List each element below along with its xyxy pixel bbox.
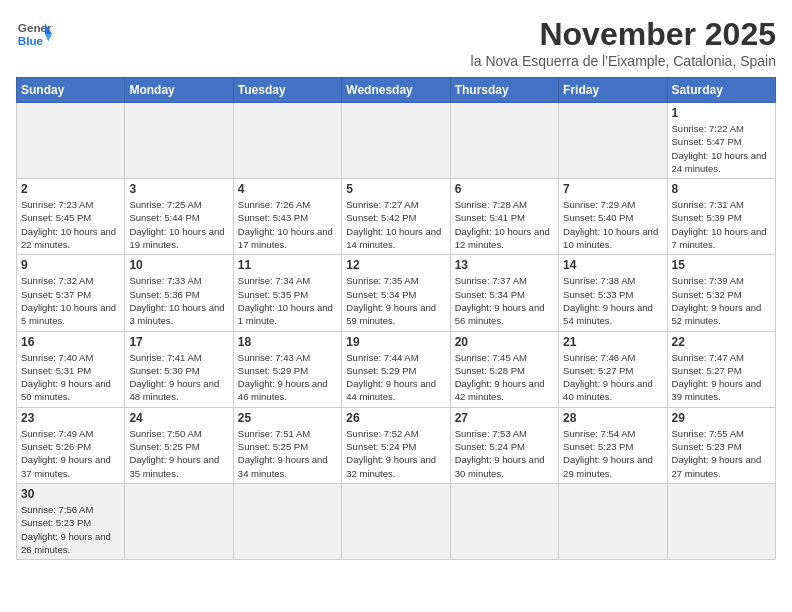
day-info: Sunrise: 7:39 AM Sunset: 5:32 PM Dayligh… [672, 274, 771, 327]
day-number: 26 [346, 411, 445, 425]
day-number: 9 [21, 258, 120, 272]
day-number: 24 [129, 411, 228, 425]
day-info: Sunrise: 7:55 AM Sunset: 5:23 PM Dayligh… [672, 427, 771, 480]
day-info: Sunrise: 7:25 AM Sunset: 5:44 PM Dayligh… [129, 198, 228, 251]
logo: General Blue [16, 16, 52, 52]
col-sunday: Sunday [17, 78, 125, 103]
calendar-day: 3Sunrise: 7:25 AM Sunset: 5:44 PM Daylig… [125, 179, 233, 255]
col-monday: Monday [125, 78, 233, 103]
location-title: la Nova Esquerra de l'Eixample, Cataloni… [471, 53, 776, 69]
day-info: Sunrise: 7:23 AM Sunset: 5:45 PM Dayligh… [21, 198, 120, 251]
day-number: 15 [672, 258, 771, 272]
col-wednesday: Wednesday [342, 78, 450, 103]
calendar-day [342, 103, 450, 179]
day-number: 14 [563, 258, 662, 272]
calendar: Sunday Monday Tuesday Wednesday Thursday… [16, 77, 776, 560]
day-info: Sunrise: 7:45 AM Sunset: 5:28 PM Dayligh… [455, 351, 554, 404]
day-info: Sunrise: 7:37 AM Sunset: 5:34 PM Dayligh… [455, 274, 554, 327]
calendar-week-row: 30Sunrise: 7:56 AM Sunset: 5:23 PM Dayli… [17, 483, 776, 559]
calendar-day: 23Sunrise: 7:49 AM Sunset: 5:26 PM Dayli… [17, 407, 125, 483]
day-info: Sunrise: 7:47 AM Sunset: 5:27 PM Dayligh… [672, 351, 771, 404]
day-info: Sunrise: 7:51 AM Sunset: 5:25 PM Dayligh… [238, 427, 337, 480]
calendar-day: 17Sunrise: 7:41 AM Sunset: 5:30 PM Dayli… [125, 331, 233, 407]
calendar-day [559, 103, 667, 179]
calendar-day [233, 103, 341, 179]
calendar-week-row: 9Sunrise: 7:32 AM Sunset: 5:37 PM Daylig… [17, 255, 776, 331]
calendar-day: 1Sunrise: 7:22 AM Sunset: 5:47 PM Daylig… [667, 103, 775, 179]
calendar-day: 25Sunrise: 7:51 AM Sunset: 5:25 PM Dayli… [233, 407, 341, 483]
svg-text:Blue: Blue [18, 34, 44, 47]
calendar-day [667, 483, 775, 559]
calendar-week-row: 2Sunrise: 7:23 AM Sunset: 5:45 PM Daylig… [17, 179, 776, 255]
day-info: Sunrise: 7:54 AM Sunset: 5:23 PM Dayligh… [563, 427, 662, 480]
calendar-day: 8Sunrise: 7:31 AM Sunset: 5:39 PM Daylig… [667, 179, 775, 255]
calendar-day [233, 483, 341, 559]
day-number: 3 [129, 182, 228, 196]
calendar-day: 7Sunrise: 7:29 AM Sunset: 5:40 PM Daylig… [559, 179, 667, 255]
calendar-day: 4Sunrise: 7:26 AM Sunset: 5:43 PM Daylig… [233, 179, 341, 255]
day-number: 1 [672, 106, 771, 120]
day-info: Sunrise: 7:34 AM Sunset: 5:35 PM Dayligh… [238, 274, 337, 327]
day-info: Sunrise: 7:31 AM Sunset: 5:39 PM Dayligh… [672, 198, 771, 251]
calendar-week-row: 16Sunrise: 7:40 AM Sunset: 5:31 PM Dayli… [17, 331, 776, 407]
day-info: Sunrise: 7:38 AM Sunset: 5:33 PM Dayligh… [563, 274, 662, 327]
day-info: Sunrise: 7:33 AM Sunset: 5:36 PM Dayligh… [129, 274, 228, 327]
month-title: November 2025 [471, 16, 776, 53]
calendar-day: 18Sunrise: 7:43 AM Sunset: 5:29 PM Dayli… [233, 331, 341, 407]
day-info: Sunrise: 7:41 AM Sunset: 5:30 PM Dayligh… [129, 351, 228, 404]
calendar-day: 15Sunrise: 7:39 AM Sunset: 5:32 PM Dayli… [667, 255, 775, 331]
day-number: 10 [129, 258, 228, 272]
day-info: Sunrise: 7:35 AM Sunset: 5:34 PM Dayligh… [346, 274, 445, 327]
day-info: Sunrise: 7:56 AM Sunset: 5:23 PM Dayligh… [21, 503, 120, 556]
calendar-day: 10Sunrise: 7:33 AM Sunset: 5:36 PM Dayli… [125, 255, 233, 331]
day-number: 6 [455, 182, 554, 196]
day-info: Sunrise: 7:53 AM Sunset: 5:24 PM Dayligh… [455, 427, 554, 480]
day-number: 2 [21, 182, 120, 196]
day-number: 17 [129, 335, 228, 349]
calendar-week-row: 23Sunrise: 7:49 AM Sunset: 5:26 PM Dayli… [17, 407, 776, 483]
header: General Blue November 2025 la Nova Esque… [16, 16, 776, 69]
day-info: Sunrise: 7:44 AM Sunset: 5:29 PM Dayligh… [346, 351, 445, 404]
day-number: 19 [346, 335, 445, 349]
day-number: 12 [346, 258, 445, 272]
calendar-day: 9Sunrise: 7:32 AM Sunset: 5:37 PM Daylig… [17, 255, 125, 331]
day-number: 16 [21, 335, 120, 349]
day-info: Sunrise: 7:22 AM Sunset: 5:47 PM Dayligh… [672, 122, 771, 175]
calendar-day: 30Sunrise: 7:56 AM Sunset: 5:23 PM Dayli… [17, 483, 125, 559]
day-info: Sunrise: 7:52 AM Sunset: 5:24 PM Dayligh… [346, 427, 445, 480]
day-number: 28 [563, 411, 662, 425]
day-number: 23 [21, 411, 120, 425]
calendar-day: 19Sunrise: 7:44 AM Sunset: 5:29 PM Dayli… [342, 331, 450, 407]
calendar-day: 16Sunrise: 7:40 AM Sunset: 5:31 PM Dayli… [17, 331, 125, 407]
calendar-day: 24Sunrise: 7:50 AM Sunset: 5:25 PM Dayli… [125, 407, 233, 483]
day-info: Sunrise: 7:32 AM Sunset: 5:37 PM Dayligh… [21, 274, 120, 327]
col-tuesday: Tuesday [233, 78, 341, 103]
day-info: Sunrise: 7:27 AM Sunset: 5:42 PM Dayligh… [346, 198, 445, 251]
calendar-day [125, 103, 233, 179]
calendar-day [450, 483, 558, 559]
col-friday: Friday [559, 78, 667, 103]
calendar-day: 5Sunrise: 7:27 AM Sunset: 5:42 PM Daylig… [342, 179, 450, 255]
calendar-day: 22Sunrise: 7:47 AM Sunset: 5:27 PM Dayli… [667, 331, 775, 407]
svg-marker-3 [45, 34, 52, 41]
day-number: 21 [563, 335, 662, 349]
logo-icon: General Blue [16, 16, 52, 52]
day-number: 22 [672, 335, 771, 349]
calendar-day: 12Sunrise: 7:35 AM Sunset: 5:34 PM Dayli… [342, 255, 450, 331]
calendar-day: 13Sunrise: 7:37 AM Sunset: 5:34 PM Dayli… [450, 255, 558, 331]
day-info: Sunrise: 7:50 AM Sunset: 5:25 PM Dayligh… [129, 427, 228, 480]
day-number: 13 [455, 258, 554, 272]
day-number: 4 [238, 182, 337, 196]
calendar-day [17, 103, 125, 179]
title-area: November 2025 la Nova Esquerra de l'Eixa… [471, 16, 776, 69]
col-thursday: Thursday [450, 78, 558, 103]
day-number: 7 [563, 182, 662, 196]
day-info: Sunrise: 7:40 AM Sunset: 5:31 PM Dayligh… [21, 351, 120, 404]
calendar-day: 27Sunrise: 7:53 AM Sunset: 5:24 PM Dayli… [450, 407, 558, 483]
calendar-day: 29Sunrise: 7:55 AM Sunset: 5:23 PM Dayli… [667, 407, 775, 483]
calendar-day: 21Sunrise: 7:46 AM Sunset: 5:27 PM Dayli… [559, 331, 667, 407]
calendar-day [342, 483, 450, 559]
day-info: Sunrise: 7:28 AM Sunset: 5:41 PM Dayligh… [455, 198, 554, 251]
day-number: 25 [238, 411, 337, 425]
calendar-header-row: Sunday Monday Tuesday Wednesday Thursday… [17, 78, 776, 103]
